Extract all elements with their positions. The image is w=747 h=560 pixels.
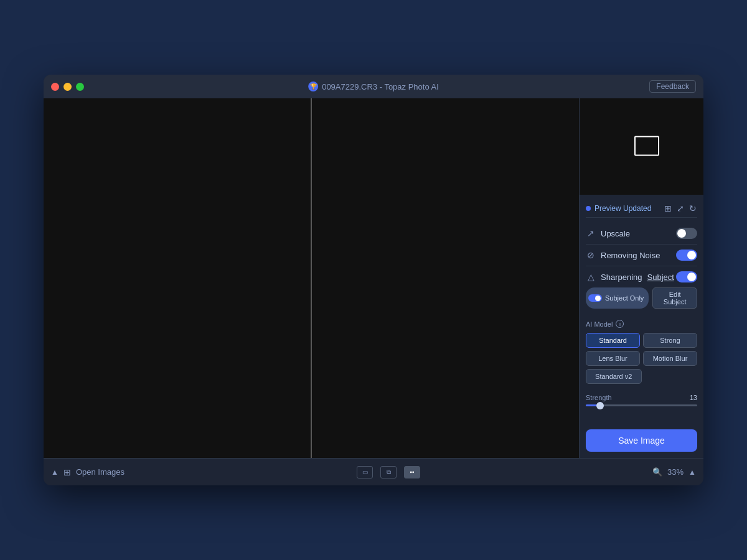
window-title-area: 🏆 009A7229.CR3 - Topaz Photo AI (308, 82, 439, 91)
preview-row: Preview Updated ⊞ ⤢ ↻ (586, 200, 697, 218)
after-image-canvas (312, 98, 579, 458)
noise-label-group: ⊘ Removing Noise (586, 250, 660, 260)
strength-slider-track[interactable] (586, 404, 697, 406)
sharpening-section: △ Sharpening Subject Subject Only Edit S… (586, 266, 697, 423)
crop-icon[interactable]: ⊞ (664, 203, 672, 213)
strength-slider-row: Strength 13 (586, 394, 697, 401)
view-split-button[interactable]: ▪▪ (404, 466, 420, 478)
ai-model-header: AI Model i (586, 320, 697, 328)
expand-icon[interactable]: ⤢ (676, 203, 685, 213)
ai-model-section: AI Model i Standard Strong Lens Blur Mot… (586, 315, 697, 389)
subject-only-mini-toggle (588, 294, 602, 302)
app-icon: 🏆 (308, 82, 318, 91)
ai-model-label: AI Model (586, 320, 613, 328)
after-image (312, 98, 579, 458)
open-images-icon: ⊞ (63, 467, 71, 477)
sharpening-toggle[interactable] (676, 271, 697, 282)
model-lens-blur-button[interactable]: Lens Blur (586, 351, 640, 366)
subject-controls: Subject Only Edit Subject (586, 287, 697, 309)
noise-toggle[interactable] (676, 250, 697, 261)
model-strong-button[interactable]: Strong (643, 333, 697, 348)
noise-label: Removing Noise (601, 251, 660, 260)
view-single-button[interactable]: ▭ (357, 466, 373, 478)
upscale-label: Upscale (601, 229, 630, 238)
bottom-bar-center: ▭ ⧉ ▪▪ (132, 466, 645, 478)
before-image (44, 98, 311, 458)
refresh-icon[interactable]: ↻ (688, 203, 697, 213)
preview-status: Preview Updated (586, 204, 651, 213)
sharpening-icon: △ (586, 272, 596, 282)
upscale-icon: ↗ (586, 228, 596, 238)
preview-dot (586, 206, 591, 211)
zoom-icon: 🔍 (652, 467, 662, 477)
window-title: 009A7229.CR3 - Topaz Photo AI (322, 82, 439, 91)
panel-controls: Preview Updated ⊞ ⤢ ↻ ↗ Upscale (580, 195, 703, 423)
model-grid: Standard Strong Lens Blur Motion Blur (586, 333, 697, 366)
upscale-label-group: ↗ Upscale (586, 228, 630, 238)
thumbnail-selector[interactable] (634, 136, 659, 156)
strength-label: Strength (586, 394, 612, 401)
strength-slider-thumb[interactable] (596, 402, 604, 409)
subject-only-pill[interactable]: Subject Only (586, 287, 649, 309)
before-image-canvas (44, 98, 311, 458)
model-motion-blur-button[interactable]: Motion Blur (643, 351, 697, 366)
sharpening-subject-label: Subject (647, 273, 674, 282)
strength-slider-section: Strength 13 (586, 389, 697, 419)
edit-subject-button[interactable]: Edit Subject (652, 287, 697, 309)
traffic-lights (51, 83, 84, 91)
upscale-row: ↗ Upscale (586, 223, 697, 245)
subject-only-label: Subject Only (605, 294, 644, 302)
right-panel: Preview Updated ⊞ ⤢ ↻ ↗ Upscale (579, 98, 703, 458)
zoom-level: 33% (667, 467, 684, 477)
preview-label: Preview Updated (594, 204, 651, 213)
main-content: Preview Updated ⊞ ⤢ ↻ ↗ Upscale (44, 98, 703, 458)
view-compare-button[interactable]: ⧉ (380, 466, 397, 478)
open-images-label[interactable]: Open Images (76, 467, 125, 477)
feedback-button[interactable]: Feedback (649, 80, 696, 93)
close-button[interactable] (51, 83, 59, 91)
minimize-button[interactable] (63, 83, 72, 91)
info-icon[interactable]: i (616, 320, 624, 328)
app-window: 🏆 009A7229.CR3 - Topaz Photo AI Feedback (44, 75, 703, 485)
bottom-bar: ▲ ⊞ Open Images ▭ ⧉ ▪▪ 🔍 33% ▲ (44, 458, 703, 485)
sharpening-label-group: △ Sharpening Subject (586, 272, 674, 282)
bottom-bar-left: ▲ ⊞ Open Images (51, 467, 125, 477)
maximize-button[interactable] (76, 83, 84, 91)
sharpening-header: △ Sharpening Subject (586, 271, 697, 282)
thumbnail-area (580, 98, 703, 195)
noise-icon: ⊘ (586, 250, 596, 260)
zoom-expand-icon[interactable]: ▲ (688, 468, 696, 477)
minor-denoise-slider-section: Minor Denoise 1 (586, 419, 697, 423)
preview-icons: ⊞ ⤢ ↻ (664, 203, 697, 213)
sharpening-label: Sharpening (601, 273, 642, 282)
save-image-button[interactable]: Save Image (586, 429, 697, 452)
model-standard-button[interactable]: Standard (586, 333, 640, 348)
collapse-icon[interactable]: ▲ (51, 468, 59, 477)
title-bar: 🏆 009A7229.CR3 - Topaz Photo AI Feedback (44, 75, 703, 98)
model-standard-v2-button[interactable]: Standard v2 (586, 369, 642, 384)
split-divider (311, 98, 312, 458)
upscale-toggle[interactable] (676, 228, 697, 239)
bottom-bar-right: 🔍 33% ▲ (652, 467, 696, 477)
noise-row: ⊘ Removing Noise (586, 245, 697, 266)
image-area (44, 98, 579, 458)
strength-value: 13 (690, 394, 697, 401)
